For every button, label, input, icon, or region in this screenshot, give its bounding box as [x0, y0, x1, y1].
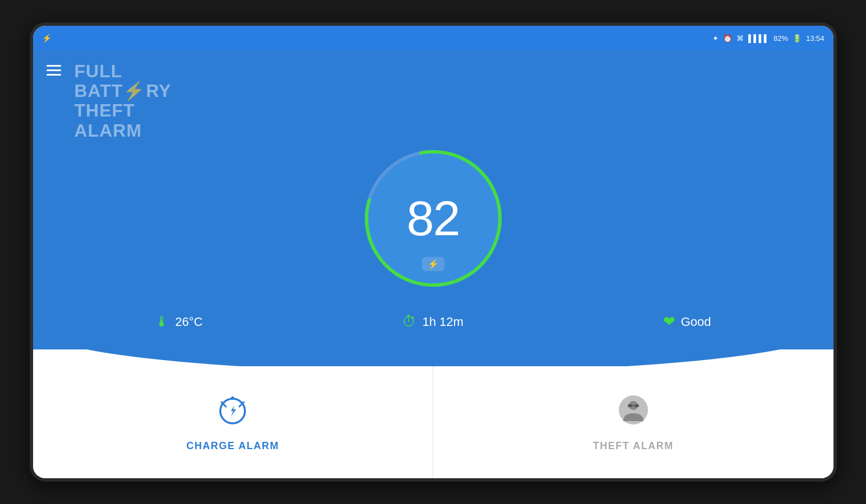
app-status-icon: ⚡ [42, 34, 52, 43]
bottom-section: CHARGE ALARM [33, 366, 833, 478]
status-left: ⚡ [42, 34, 52, 43]
app-title-line2: BATT⚡RY [75, 81, 172, 101]
theft-alarm-label: THEFT ALARM [593, 440, 674, 452]
wifi-icon: ⌘ [737, 34, 744, 43]
temperature-value: 26°C [175, 315, 202, 329]
charge-alarm-icon [216, 393, 249, 433]
svg-rect-8 [628, 404, 632, 407]
theft-alarm-icon [617, 393, 650, 433]
charging-badge: ⚡ [422, 257, 444, 271]
time-stat: ⏱ 1h 12m [402, 313, 463, 330]
temperature-stat: 🌡 26°C [155, 313, 202, 330]
stats-row: 🌡 26°C ⏱ 1h 12m ❤ Good [33, 307, 833, 338]
app-title-line1: FULL [75, 62, 172, 81]
device-screen: ⚡ ✦ ⏰ ⌘ ▌▌▌▌ 82% 🔋 13:54 [33, 26, 833, 478]
charge-alarm-button[interactable]: CHARGE ALARM [33, 366, 434, 478]
app-title-line3: THEFT [75, 101, 172, 120]
timer-icon: ⏱ [402, 313, 416, 330]
theft-alarm-button[interactable]: THEFT ALARM [433, 366, 833, 478]
hamburger-line-3 [47, 74, 61, 76]
top-section: FULL BATT⚡RY THEFT ALARM 82 ⚡ [33, 50, 833, 349]
svg-rect-9 [635, 404, 639, 407]
thermometer-icon: 🌡 [155, 313, 169, 330]
health-value: Good [681, 315, 711, 329]
battery-percent: 82% [774, 34, 788, 43]
clock-time: 13:54 [806, 34, 825, 43]
menu-button[interactable] [47, 65, 61, 76]
health-icon: ❤ [663, 313, 675, 330]
app-title-line4: ALARM [75, 121, 172, 141]
hamburger-line-1 [47, 65, 61, 67]
battery-circle-container: 82 ⚡ [360, 129, 506, 307]
hamburger-line-2 [47, 69, 61, 71]
alarm-icon-status: ⏰ [723, 34, 732, 43]
theft-alarm-svg [617, 393, 650, 427]
time-value: 1h 12m [422, 315, 463, 329]
svg-point-5 [231, 396, 234, 400]
battery-value: 82 [407, 194, 460, 243]
device-frame: ⚡ ✦ ⏰ ⌘ ▌▌▌▌ 82% 🔋 13:54 [30, 22, 837, 482]
status-bar: ⚡ ✦ ⏰ ⌘ ▌▌▌▌ 82% 🔋 13:54 [33, 26, 833, 50]
battery-circle: 82 ⚡ [360, 146, 506, 291]
battery-icon-status: 🔋 [793, 34, 802, 43]
charging-icon: ⚡ [428, 259, 439, 269]
signal-icon: ▌▌▌▌ [748, 34, 769, 43]
charge-alarm-label: CHARGE ALARM [187, 440, 279, 452]
health-stat: ❤ Good [663, 313, 711, 330]
bluetooth-icon: ✦ [712, 34, 719, 43]
app-title: FULL BATT⚡RY THEFT ALARM [75, 62, 172, 141]
status-right: ✦ ⏰ ⌘ ▌▌▌▌ 82% 🔋 13:54 [712, 34, 824, 43]
charge-alarm-svg [216, 393, 249, 427]
battery-inner: 82 ⚡ [368, 153, 498, 283]
